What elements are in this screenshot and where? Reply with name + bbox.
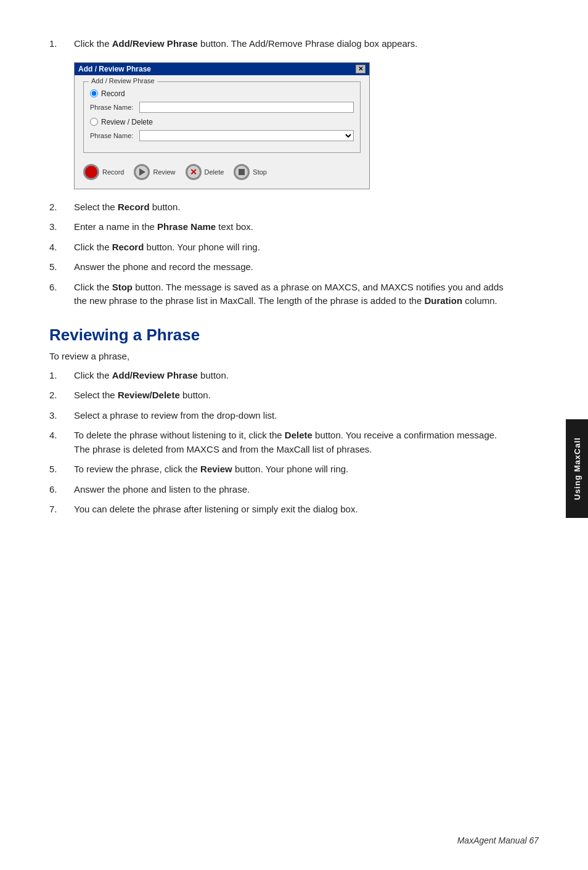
step-text-6: Click the Stop button. The message is sa… [74, 281, 505, 308]
step-text-3: Enter a name in the Phrase Name text box… [74, 220, 505, 234]
step-num-4: 4. [49, 240, 74, 255]
review-btn-label: Review [153, 168, 175, 176]
record-radio-row: Record [90, 89, 354, 98]
review-button[interactable]: Review [134, 164, 175, 180]
review-radio[interactable] [90, 118, 98, 126]
step-text-1: Click the Add/Review Phrase button. The … [74, 37, 505, 51]
s2-step-num-4: 4. [49, 429, 74, 456]
record-button[interactable]: Record [83, 164, 124, 180]
s2-step-text-7: You can delete the phrase after listenin… [74, 503, 505, 517]
s2-step-7: 7. You can delete the phrase after liste… [49, 503, 505, 517]
s2-step-num-7: 7. [49, 503, 74, 517]
dialog-body: Add / Review Phrase Record Phrase Name: … [75, 75, 369, 189]
page-content: 1. Click the Add/Review Phrase button. T… [0, 0, 555, 572]
dialog-title: Add / Review Phrase [78, 65, 151, 73]
phrase-name2-label: Phrase Name: [90, 132, 139, 139]
play-icon [134, 164, 150, 180]
s2-step-num-3: 3. [49, 409, 74, 423]
section2: Reviewing a Phrase To review a phrase, 1… [49, 326, 505, 517]
right-tab-label: Using MaxCall [573, 437, 582, 500]
dialog-group: Add / Review Phrase Record Phrase Name: … [83, 81, 361, 153]
phrase-name2-select[interactable] [139, 130, 354, 141]
s2-step-text-1: Click the Add/Review Phrase button. [74, 369, 505, 383]
step-num-6: 6. [49, 281, 74, 308]
phrase-name2-row: Phrase Name: [90, 130, 354, 141]
s2-step-3: 3. Select a phrase to review from the dr… [49, 409, 505, 423]
record-btn-label: Record [102, 168, 124, 176]
dialog-group-legend: Add / Review Phrase [89, 77, 157, 84]
stop-button[interactable]: Stop [234, 164, 267, 180]
stop-icon [234, 164, 250, 180]
step-num-5: 5. [49, 260, 74, 274]
record-radio-label: Record [101, 89, 125, 98]
stop-btn-label: Stop [253, 168, 267, 176]
step-text-4: Click the Record button. Your phone will… [74, 240, 505, 255]
footer-text: MaxAgent Manual 67 [457, 835, 539, 845]
s2-step-text-3: Select a phrase to review from the drop-… [74, 409, 505, 423]
s2-step-1: 1. Click the Add/Review Phrase button. [49, 369, 505, 383]
s2-step-num-1: 1. [49, 369, 74, 383]
play-triangle [139, 168, 145, 176]
step-num-1: 1. [49, 37, 74, 51]
dialog-titlebar: Add / Review Phrase ✕ [75, 63, 369, 75]
section2-heading: Reviewing a Phrase [49, 326, 505, 345]
s2-step-text-5: To review the phrase, click the Review b… [74, 462, 505, 477]
section1-steps-rest: 2. Select the Record button. 3. Enter a … [49, 200, 505, 308]
step-text-5: Answer the phone and record the message. [74, 260, 505, 274]
s2-step-text-4: To delete the phrase without listening t… [74, 429, 505, 456]
delete-btn-label: Delete [205, 168, 224, 176]
record-icon [83, 164, 99, 180]
s2-step-num-6: 6. [49, 483, 74, 497]
s2-step-num-2: 2. [49, 388, 74, 403]
step-6: 6. Click the Stop button. The message is… [49, 281, 505, 308]
s2-step-num-5: 5. [49, 462, 74, 477]
s2-step-text-6: Answer the phone and listen to the phras… [74, 483, 505, 497]
record-radio[interactable] [90, 89, 98, 97]
step1-bold: Add/Review Phrase [112, 38, 198, 49]
step-num-2: 2. [49, 200, 74, 215]
dialog-box: Add / Review Phrase ✕ Add / Review Phras… [74, 62, 370, 189]
review-radio-label: Review / Delete [101, 118, 153, 126]
phrase-name-input[interactable] [139, 102, 354, 113]
step-text-2: Select the Record button. [74, 200, 505, 215]
delete-button[interactable]: ✕ Delete [186, 164, 224, 180]
step-1: 1. Click the Add/Review Phrase button. T… [49, 37, 505, 51]
step-4: 4. Click the Record button. Your phone w… [49, 240, 505, 255]
s2-step-4: 4. To delete the phrase without listenin… [49, 429, 505, 456]
record-icon-inner [88, 169, 94, 175]
review-radio-row: Review / Delete [90, 118, 354, 126]
s2-step-5: 5. To review the phrase, click the Revie… [49, 462, 505, 477]
phrase-name-label: Phrase Name: [90, 104, 139, 111]
section2-intro: To review a phrase, [49, 351, 505, 361]
section1-steps: 1. Click the Add/Review Phrase button. T… [49, 37, 505, 51]
delete-icon: ✕ [186, 164, 202, 180]
right-tab: Using MaxCall [566, 419, 588, 518]
s2-step-6: 6. Answer the phone and listen to the ph… [49, 483, 505, 497]
step-3: 3. Enter a name in the Phrase Name text … [49, 220, 505, 234]
step-5: 5. Answer the phone and record the messa… [49, 260, 505, 274]
s2-step-text-2: Select the Review/Delete button. [74, 388, 505, 403]
step-2: 2. Select the Record button. [49, 200, 505, 215]
s2-step-2: 2. Select the Review/Delete button. [49, 388, 505, 403]
stop-square [239, 169, 245, 175]
phrase-name-row: Phrase Name: [90, 102, 354, 113]
step-num-3: 3. [49, 220, 74, 234]
section2-steps: 1. Click the Add/Review Phrase button. 2… [49, 369, 505, 517]
dialog-buttons: Record Review ✕ Delete Stop [83, 160, 361, 180]
dialog-close-button[interactable]: ✕ [356, 65, 365, 73]
page-footer: MaxAgent Manual 67 [457, 835, 539, 845]
